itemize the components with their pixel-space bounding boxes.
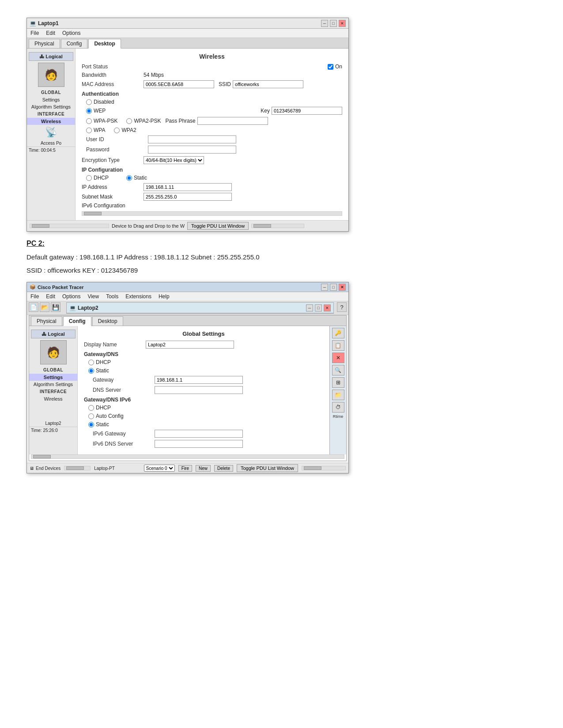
sidebar-item-settings[interactable]: Settings — [27, 96, 75, 103]
new-btn[interactable]: 📄 — [29, 302, 38, 312]
viewport-btn7[interactable]: ⏱ — [332, 402, 344, 413]
outer-maximize[interactable]: □ — [330, 284, 337, 291]
sim-hscroll-right[interactable] — [302, 466, 346, 470]
outer-close[interactable]: ✕ — [339, 284, 346, 291]
close-button[interactable]: ✕ — [339, 20, 346, 27]
inner-hscroll[interactable] — [31, 454, 344, 459]
static-radio[interactable]: Static — [126, 175, 147, 181]
open-btn[interactable]: 📂 — [40, 302, 49, 312]
outer-menu-help[interactable]: Help — [157, 293, 171, 300]
menu-options[interactable]: Options — [60, 30, 82, 37]
main-hscrollbar[interactable] — [82, 211, 342, 216]
inner-maximize[interactable]: □ — [315, 304, 322, 311]
gw-static-radio[interactable]: Static — [88, 368, 109, 374]
minimize-button[interactable]: ─ — [321, 20, 328, 27]
ipv6-gateway-input[interactable] — [155, 430, 243, 438]
gw-ipv6-dhcp[interactable]: DHCP — [88, 405, 111, 411]
gw-dhcp-radio[interactable]: DHCP — [88, 359, 111, 365]
tab-config[interactable]: Config — [61, 39, 88, 48]
tab-physical[interactable]: Physical — [29, 39, 60, 48]
key-label: Key — [261, 108, 270, 114]
viewport-btn1[interactable]: 🔑 — [332, 328, 344, 338]
inner-tab-desktop[interactable]: Desktop — [92, 316, 123, 326]
ssid-input[interactable] — [233, 80, 303, 88]
inner-logical-btn[interactable]: 🖧 Logical — [31, 330, 76, 338]
outer-menu-tools[interactable]: Tools — [104, 293, 120, 300]
outer-menu-options[interactable]: Options — [60, 293, 82, 300]
port-status-checkbox[interactable]: On — [328, 64, 342, 70]
encryption-select[interactable]: 40/64-Bit(10 Hex digits) — [144, 156, 204, 164]
dhcp-radio[interactable]: DHCP — [86, 175, 109, 181]
sidebar-item-algorithm[interactable]: Algorithm Settings — [27, 103, 75, 110]
save-btn[interactable]: 💾 — [51, 302, 60, 312]
mac-input[interactable] — [144, 80, 214, 88]
bottom-right-scroll[interactable] — [251, 224, 304, 228]
passphrase-input[interactable] — [197, 117, 268, 125]
viewport-btn4[interactable]: 🔍 — [332, 365, 344, 375]
gateway-input[interactable] — [155, 376, 243, 384]
toggle-pdu-btn2[interactable]: Toggle PDU List Window — [237, 464, 298, 472]
outer-title-text: 📦 Cisco Packet Tracer — [30, 284, 84, 290]
ipv6-row: IPv6 Configuration — [82, 203, 342, 209]
fire-btn[interactable]: Fire — [178, 465, 192, 472]
inner-minimize[interactable]: ─ — [306, 304, 313, 311]
display-name-input[interactable] — [146, 341, 234, 349]
inner-tab-config[interactable]: Config — [63, 316, 91, 326]
key-input[interactable] — [272, 107, 342, 115]
auth-wpa2[interactable]: WPA2 — [114, 127, 136, 133]
subnet-mask-input[interactable] — [144, 193, 232, 201]
sim-hscroll-right-thumb[interactable] — [304, 466, 321, 470]
window1-controls: ─ □ ✕ — [321, 20, 346, 27]
outer-menu-view[interactable]: View — [86, 293, 101, 300]
viewport-btn2[interactable]: 📋 — [332, 340, 344, 351]
auth-disabled[interactable]: Disabled — [86, 99, 114, 105]
hscroll-thumb[interactable] — [84, 212, 102, 215]
outer-menu-edit[interactable]: Edit — [44, 293, 57, 300]
auth-wpa[interactable]: WPA — [86, 127, 105, 133]
inner-close[interactable]: ✕ — [324, 304, 331, 311]
viewport-btn3[interactable]: ✕ — [332, 353, 344, 363]
auth-wpapsk[interactable]: WPA-PSK — [86, 118, 117, 124]
menu-edit[interactable]: Edit — [44, 30, 57, 37]
help-icon-btn[interactable]: ? — [337, 302, 347, 312]
gw-ipv6-autoconfig[interactable]: Auto Config — [88, 413, 124, 419]
sidebar-time1: Time: 00:04:5 — [27, 146, 75, 154]
menu-file[interactable]: File — [29, 30, 41, 37]
laptop-icon: 💻 — [30, 20, 36, 26]
wireless-panel: Wireless Port Status On Bandwidth 54 Mbp… — [76, 49, 348, 220]
viewport-btn5[interactable]: ⊞ — [332, 377, 344, 388]
inner-sidebar-wireless[interactable]: Wireless — [29, 395, 77, 402]
viewport-btn6[interactable]: 📁 — [332, 390, 344, 400]
maximize-button[interactable]: □ — [330, 20, 337, 27]
inner-sidebar-algorithm[interactable]: Algorithm Settings — [29, 381, 77, 388]
bottom-hscroll-thumb[interactable] — [32, 224, 49, 228]
outer-menu-extensions[interactable]: Extensions — [124, 293, 153, 300]
toggle-pdu-button[interactable]: Toggle PDU List Window — [187, 222, 249, 230]
ipv6-dns-input[interactable] — [155, 440, 243, 448]
dns-input[interactable] — [155, 386, 243, 394]
outer-menu-file[interactable]: File — [29, 293, 41, 300]
auth-wep[interactable]: WEP — [86, 108, 106, 114]
outer-minimize[interactable]: ─ — [321, 284, 328, 291]
pc2-heading: PC 2: — [26, 240, 537, 248]
userid-input[interactable] — [148, 135, 236, 143]
bandwidth-label: Bandwidth — [82, 72, 144, 78]
sim-hscroll-left[interactable] — [64, 466, 91, 470]
gw-ipv6-static[interactable]: Static — [88, 421, 109, 428]
sidebar-item-wireless[interactable]: Wireless — [27, 118, 75, 125]
tab-desktop[interactable]: Desktop — [88, 39, 121, 49]
new-row-btn[interactable]: New — [196, 465, 211, 472]
bottom-hscroll[interactable] — [30, 224, 109, 228]
bottom-right-thumb[interactable] — [253, 224, 271, 228]
inner-tab-physical[interactable]: Physical — [31, 316, 62, 326]
port-status-input[interactable] — [328, 64, 333, 70]
inner-hscroll-thumb[interactable] — [33, 455, 51, 458]
ip-address-input[interactable] — [144, 183, 232, 191]
auth-wpa2psk[interactable]: WPA2-PSK — [126, 118, 161, 124]
logical-view-btn[interactable]: 🖧 Logical — [29, 52, 73, 61]
sim-hscroll-left-thumb[interactable] — [66, 466, 84, 470]
inner-sidebar-settings[interactable]: Settings — [29, 374, 77, 381]
delete-btn[interactable]: Delete — [214, 465, 233, 472]
scenario-select[interactable]: Scenario 0 — [144, 465, 175, 472]
password-input[interactable] — [148, 146, 236, 154]
